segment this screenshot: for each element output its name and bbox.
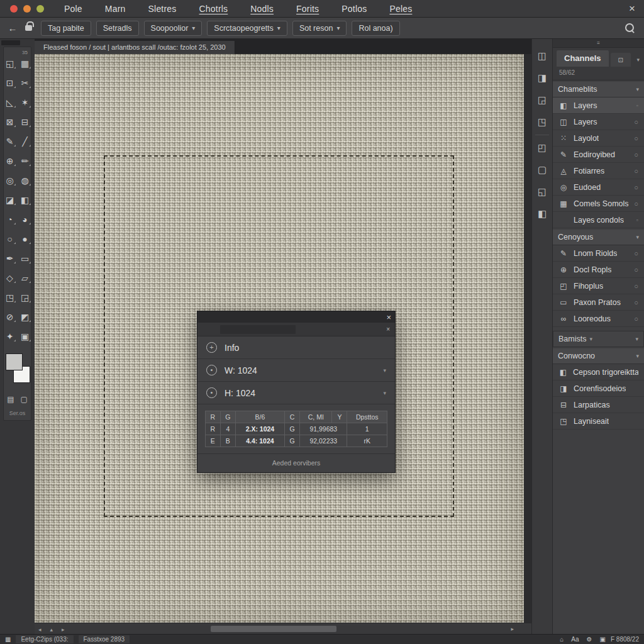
burn-tool-icon[interactable]: ●	[19, 233, 31, 245]
vertical-scrollbar-track[interactable]	[524, 54, 531, 623]
tab-channels[interactable]: Channels	[557, 50, 609, 67]
type-tool-icon[interactable]: ▭	[19, 253, 31, 264]
frame-tool-icon[interactable]: ▣	[19, 331, 31, 342]
info-dialog-row[interactable]: +Info	[197, 336, 395, 359]
options-button[interactable]: Rol anoa)	[352, 21, 399, 36]
channels-mini-tab[interactable]: ⊡	[611, 53, 631, 67]
visibility-toggle-icon[interactable]: ○	[634, 135, 638, 142]
visibility-toggle-icon[interactable]: ○	[634, 167, 638, 175]
panel-item[interactable]: ◨Corenfisodeios	[553, 380, 644, 397]
clone-stamp-tool-icon[interactable]: ◎	[4, 175, 16, 186]
options-button[interactable]: Scrctaopeogretts▾	[207, 21, 287, 36]
hand-tool-icon[interactable]: ◳	[4, 292, 16, 303]
crop-tool-icon[interactable]: ⊠	[4, 116, 16, 128]
panel-item[interactable]: ◬Fotiarres○	[553, 163, 644, 179]
visibility-toggle-icon[interactable]: ○	[634, 299, 638, 306]
options-button[interactable]: Tag pabite	[41, 21, 91, 36]
chevron-down-icon[interactable]: ▾	[636, 234, 639, 240]
blur-tool-icon[interactable]: ◔	[4, 214, 16, 225]
status-box[interactable]: Fasstxoe 2893	[79, 635, 130, 643]
ruler-tool-icon[interactable]: ╱	[19, 136, 31, 147]
panel-properties-icon[interactable]: ◫	[538, 50, 547, 62]
menu-item-forits[interactable]: Forits	[285, 4, 330, 14]
dialog-close-icon[interactable]: ×	[386, 313, 391, 321]
chevron-down-icon[interactable]: ▾	[636, 57, 640, 63]
window-close-button[interactable]: ×	[626, 3, 638, 15]
document-tab[interactable]: Fleased foson / sout | arlantbos scall /…	[35, 41, 235, 54]
lasso-tool-icon[interactable]: ✂	[19, 77, 31, 89]
foreground-color-swatch[interactable]	[6, 353, 23, 370]
export-icon[interactable]: ⌂	[560, 636, 564, 643]
panel-item[interactable]: ◳Layniseait	[553, 413, 644, 430]
section-header-chameblits[interactable]: Chameblits▾	[553, 82, 644, 97]
settings-icon[interactable]: ⚙	[587, 636, 592, 643]
lock-icon[interactable]	[25, 25, 32, 31]
frame-icon[interactable]: ▣	[600, 636, 606, 643]
menu-item-sletres[interactable]: Sletres	[137, 4, 188, 14]
move-tool-icon[interactable]: ◱	[4, 58, 16, 69]
visibility-toggle-icon[interactable]: ○	[634, 200, 638, 208]
info-dialog-row[interactable]: •H: 1024▾	[197, 382, 395, 404]
shape-tool-icon[interactable]: ▱	[19, 272, 31, 284]
polygonal-lasso-tool-icon[interactable]: ◺	[4, 97, 16, 108]
panel-item[interactable]: ◧Layers▫	[553, 97, 644, 114]
panel-adjustments-icon[interactable]: ◨	[538, 72, 547, 84]
section-header-cenoyous[interactable]: Cenoyous▾	[553, 230, 644, 245]
horizontal-scrollbar[interactable]: ◂▴▸ ▸	[35, 623, 531, 634]
path-select-tool-icon[interactable]: ◇	[4, 272, 16, 284]
panel-item[interactable]: ◫Layers○	[553, 114, 644, 130]
chevron-down-icon[interactable]: ▾	[636, 86, 639, 92]
quick-select-tool-icon[interactable]: ✦	[4, 331, 16, 342]
eyedropper-tool-icon[interactable]: ✎	[4, 136, 16, 147]
info-dialog-titlebar[interactable]: ×	[197, 311, 395, 323]
options-button[interactable]: Sot reson▾	[292, 21, 347, 36]
visibility-toggle-icon[interactable]: ○	[634, 315, 638, 323]
panel-item[interactable]: ◧Cepson trigoreikttas	[553, 364, 644, 380]
visibility-toggle-icon[interactable]: ○	[634, 282, 638, 290]
panel-item[interactable]: ✎Eodiroyibed○	[553, 147, 644, 163]
scrollbar-arrow-icon[interactable]: ▸	[62, 626, 65, 633]
back-arrow-icon[interactable]: ←	[6, 23, 19, 33]
info-dialog-row[interactable]: •W: 1024▾	[197, 359, 395, 382]
panel-navigator-icon[interactable]: ◲	[538, 94, 547, 106]
history-brush-tool-icon[interactable]: ◍	[19, 175, 31, 186]
screen-mode-icon[interactable]: ▤	[7, 395, 14, 404]
scrollbar-arrows[interactable]: ◂▴▸	[38, 624, 74, 633]
eraser-tool-icon[interactable]: ◪	[4, 194, 16, 206]
panel-item[interactable]: ◎Eudoed○	[553, 179, 644, 196]
panel-clone-source-icon[interactable]: ◳	[538, 116, 547, 128]
menu-item-potlos[interactable]: Potlos	[330, 4, 378, 14]
chevron-down-icon[interactable]: ▾	[383, 367, 386, 374]
healing-brush-tool-icon[interactable]: ⊕	[4, 155, 16, 167]
minimize-traffic-light[interactable]	[23, 5, 31, 13]
dodge-tool-icon[interactable]: ○	[4, 233, 16, 245]
panel-item[interactable]: ▭Paxon Pratos○	[553, 294, 644, 311]
panel-item[interactable]: ∞Looreodus○	[553, 311, 644, 327]
panel-snapshots-icon[interactable]: ◰	[538, 142, 547, 153]
pen-tool-icon[interactable]: ✒	[4, 253, 16, 264]
horizontal-scrollbar-thumb[interactable]	[211, 626, 336, 632]
search-icon[interactable]	[625, 23, 635, 33]
artboard-tool-icon[interactable]: ▦	[19, 58, 31, 69]
panel-folder-icon[interactable]: ▢	[538, 164, 547, 175]
menu-item-chotrls[interactable]: Chotrls	[188, 4, 240, 14]
menu-item-pole[interactable]: Pole	[53, 4, 94, 14]
visibility-toggle-icon[interactable]: ○	[634, 184, 638, 191]
panel-swap-icon[interactable]: ◱	[538, 186, 547, 197]
text-icon[interactable]: Aa	[571, 636, 579, 643]
panel-item[interactable]: ⁙Layolot○	[553, 130, 644, 147]
info-dialog-tab[interactable]	[220, 325, 296, 334]
chevron-down-icon[interactable]: ▾	[636, 353, 639, 359]
bamists-row[interactable]: Bamists ▾ ▾	[553, 331, 644, 347]
panel-item[interactable]: ▦Comels Somols○	[553, 196, 644, 212]
panel-item[interactable]: ✎Lnom Riolds○	[553, 245, 644, 262]
visibility-toggle-icon[interactable]: ○	[634, 151, 638, 158]
chevron-down-icon[interactable]: ▾	[635, 336, 638, 342]
sharpen-tool-icon[interactable]: ◕	[19, 214, 31, 225]
panel-item[interactable]: ◰Fihoplus○	[553, 278, 644, 294]
toolbar-collapse-tab[interactable]	[1, 40, 20, 45]
visibility-toggle-icon[interactable]: ○	[634, 266, 638, 274]
scrollbar-right-arrow-icon[interactable]: ▸	[511, 626, 514, 632]
zoom-traffic-light[interactable]	[36, 5, 44, 13]
tab-close-icon[interactable]: ×	[386, 326, 390, 333]
